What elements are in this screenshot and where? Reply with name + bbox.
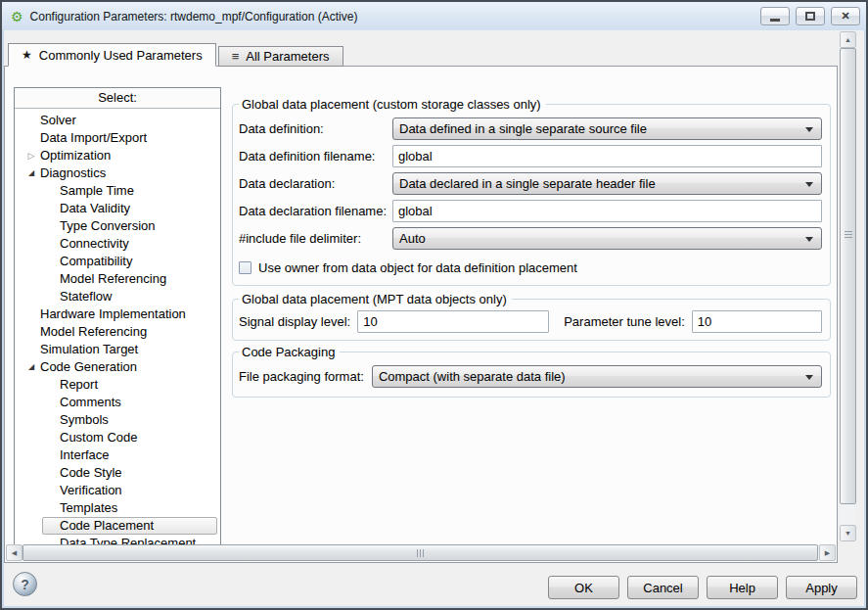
dropdown-value: Compact (with separate data file): [379, 369, 566, 384]
tree-item-label: Report: [60, 377, 98, 392]
data-declaration-dropdown[interactable]: Data declared in a single separate heade…: [392, 172, 822, 195]
tree-expanded-icon[interactable]: ◢: [24, 358, 38, 376]
dropdown-value: Data declared in a single separate heade…: [399, 176, 656, 191]
footer-bar: ? OK Cancel Help Apply: [2, 563, 866, 608]
minimize-button[interactable]: [760, 7, 790, 25]
tree-item[interactable]: Data Import/Export: [15, 129, 220, 147]
tree-item-label: Data Validity: [60, 201, 130, 215]
tree-item[interactable]: Connectivity: [15, 235, 220, 253]
tree-item-label: Connectivity: [60, 236, 129, 251]
tree-item[interactable]: Custom Code: [15, 429, 220, 446]
tree-expanded-icon[interactable]: ◢: [24, 164, 38, 182]
tree-item[interactable]: Solver: [15, 112, 220, 129]
vertical-scrollbar-thumb[interactable]: [840, 48, 856, 504]
star-icon: ★: [22, 48, 32, 62]
signal-display-level-input[interactable]: [357, 310, 549, 333]
tree-item-label: Custom Code: [60, 430, 137, 445]
tree-item[interactable]: Data Validity: [15, 200, 220, 217]
data-definition-dropdown[interactable]: Data defined in a single separate source…: [392, 117, 822, 140]
tree-item[interactable]: Type Conversion: [15, 217, 220, 235]
tree-item-label: Diagnostics: [40, 165, 106, 180]
tree-item[interactable]: Model Referencing: [15, 270, 220, 288]
tree-item-label: Code Generation: [40, 359, 137, 374]
tree-item[interactable]: ▷Optimization: [15, 147, 220, 164]
ok-button[interactable]: OK: [548, 576, 619, 599]
close-icon: ✕: [841, 11, 849, 22]
titlebar[interactable]: ⚙ Configuration Parameters: rtwdemo_mpf/…: [2, 2, 866, 30]
horizontal-scrollbar-thumb[interactable]: [23, 544, 818, 561]
scroll-down-button[interactable]: ▼: [840, 525, 856, 541]
tree-item-label: Hardware Implementation: [40, 306, 186, 321]
group-global-data-placement-mpt: Global data placement (MPT data objects …: [232, 299, 831, 341]
tree-item[interactable]: ◢Code Generation: [15, 358, 220, 376]
tree-item[interactable]: Model Referencing: [15, 323, 220, 341]
tree-item-label: Model Referencing: [40, 324, 147, 339]
data-definition-filename-input[interactable]: [392, 145, 822, 167]
tree-item-label: Model Referencing: [60, 271, 166, 286]
category-tree: Select: SolverData Import/Export▷Optimiz…: [14, 87, 221, 550]
tree-item-label: Code Placement: [60, 518, 154, 533]
file-packaging-format-label: File packaging format:: [239, 369, 364, 384]
tree-item-label: Stateflow: [60, 289, 112, 304]
minimize-icon: [770, 19, 780, 22]
tree-item-label: Code Style: [60, 465, 122, 480]
cancel-button[interactable]: Cancel: [627, 576, 699, 599]
use-owner-checkbox-label: Use owner from data object for data defi…: [258, 260, 577, 275]
settings-pane: Global data placement (custom storage cl…: [232, 104, 831, 398]
question-icon: ?: [21, 577, 29, 592]
tree-item-label: Interface: [60, 447, 110, 462]
tree-item[interactable]: Templates: [15, 499, 220, 517]
tree-item[interactable]: Symbols: [15, 411, 220, 429]
use-owner-checkbox[interactable]: [239, 261, 251, 274]
tree-item[interactable]: Report: [15, 376, 220, 394]
tree-item[interactable]: Code Placement: [15, 517, 220, 535]
include-file-delimiter-dropdown[interactable]: Auto: [392, 227, 822, 250]
apply-button[interactable]: Apply: [786, 576, 857, 599]
scroll-left-button[interactable]: ◀: [6, 544, 23, 561]
horizontal-scrollbar[interactable]: ◀ ▶: [6, 544, 836, 561]
tree-item[interactable]: Code Style: [15, 464, 220, 482]
tree-collapsed-icon[interactable]: ▷: [24, 147, 38, 164]
tab-commonly-used-parameters[interactable]: ★ Commonly Used Parameters: [8, 43, 216, 67]
tree-item[interactable]: Sample Time: [15, 182, 220, 200]
tab-label: All Parameters: [246, 49, 329, 64]
maximize-button[interactable]: [796, 7, 825, 25]
help-button[interactable]: Help: [707, 576, 778, 599]
include-file-delimiter-label: #include file delimiter:: [239, 231, 392, 246]
tree-item[interactable]: Interface: [15, 446, 220, 464]
tree-item[interactable]: Compatibility: [15, 253, 220, 270]
dropdown-arrow-icon: [805, 237, 813, 242]
tree-item-label: Type Conversion: [60, 218, 156, 233]
tree-item[interactable]: ◢Diagnostics: [15, 164, 220, 182]
tree-item[interactable]: Stateflow: [15, 288, 220, 305]
tree-item-label: Verification: [60, 483, 122, 497]
dialog-buttons: OK Cancel Help Apply: [548, 576, 857, 599]
tree-item[interactable]: Comments: [15, 394, 220, 411]
scroll-left-icon: ◀: [12, 549, 17, 557]
data-declaration-label: Data declaration:: [239, 176, 392, 191]
close-button[interactable]: ✕: [831, 7, 860, 25]
help-orb-button[interactable]: ?: [13, 572, 37, 596]
scroll-right-button[interactable]: ▶: [819, 544, 836, 561]
tree-item[interactable]: Verification: [15, 482, 220, 499]
scroll-up-button[interactable]: ▲: [840, 31, 856, 48]
parameter-tune-level-input[interactable]: [692, 310, 822, 333]
data-declaration-filename-input[interactable]: [392, 200, 822, 222]
group-global-data-placement-csc: Global data placement (custom storage cl…: [232, 104, 831, 286]
dropdown-arrow-icon: [805, 375, 813, 380]
data-definition-filename-label: Data definition filename:: [239, 149, 392, 164]
window-title: Configuration Parameters: rtwdemo_mpf/Co…: [30, 10, 358, 23]
tab-all-parameters[interactable]: ≡ All Parameters: [218, 46, 343, 67]
file-packaging-format-dropdown[interactable]: Compact (with separate data file): [372, 365, 822, 388]
vertical-scrollbar[interactable]: ▲ ▼: [840, 31, 856, 541]
group-title: Code Packaging: [239, 345, 340, 359]
signal-display-level-label: Signal display level:: [239, 314, 350, 329]
tab-bar: ★ Commonly Used Parameters ≡ All Paramet…: [8, 43, 343, 67]
app-gear-icon: ⚙: [11, 10, 23, 23]
dropdown-arrow-icon: [805, 182, 813, 187]
dropdown-value: Data defined in a single separate source…: [399, 121, 647, 136]
tab-label: Commonly Used Parameters: [39, 48, 203, 63]
tree-item[interactable]: Simulation Target: [15, 341, 220, 358]
tree-item-label: Sample Time: [60, 183, 134, 198]
tree-item[interactable]: Hardware Implementation: [15, 305, 220, 323]
